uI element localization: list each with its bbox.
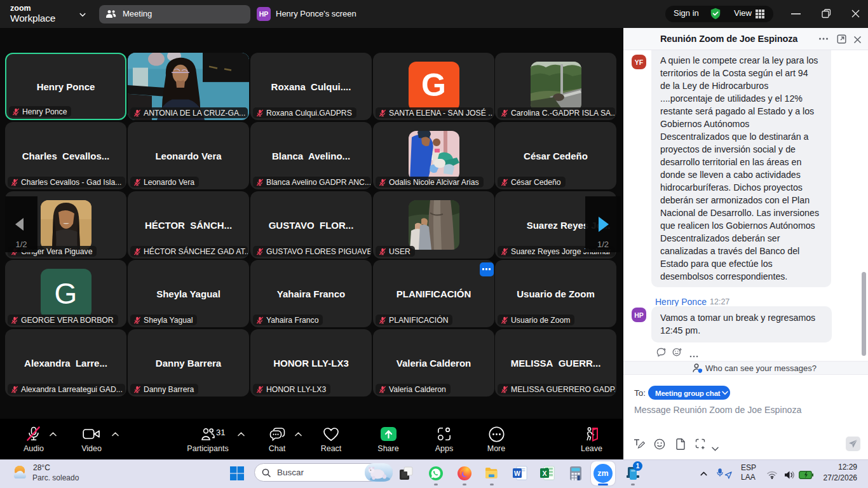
svg-text:X: X (542, 470, 546, 477)
svg-text:W: W (514, 470, 520, 477)
